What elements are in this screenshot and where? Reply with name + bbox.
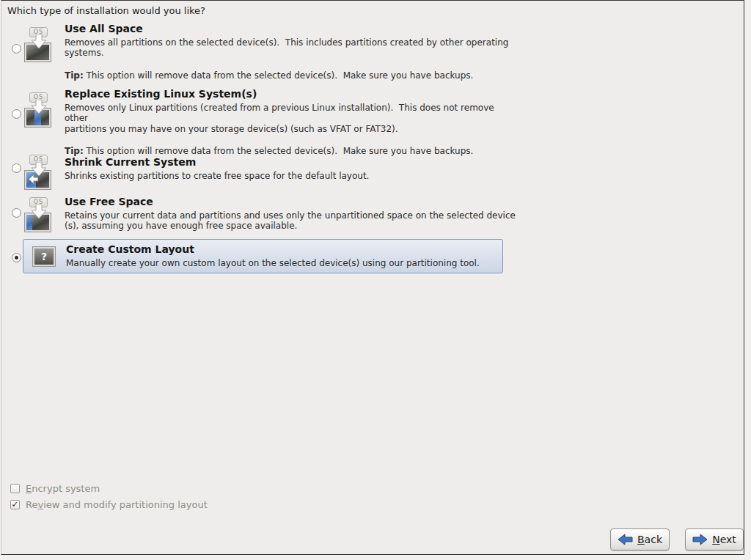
option-description: Manually create your own custom layout o… [66,258,480,268]
option-heading: Use Free Space [65,196,516,207]
down-arrow-icon [31,205,47,219]
replace-linux-icon: OS [24,92,54,129]
screen: Which type of installation would you lik… [0,0,751,560]
radio-selected-dot [15,256,18,259]
next-button-label: Next [712,534,736,545]
back-button-label: Back [637,534,662,545]
checkmark-icon: ✓ [11,499,18,509]
encrypt-system-checkbox[interactable] [10,484,20,493]
use-all-space-icon: OS [24,27,54,64]
review-layout-label: Review and modify partitioning layout [26,499,208,510]
down-arrow-icon [31,100,47,114]
custom-layout-icon: ? [33,247,55,266]
option-heading: Replace Existing Linux System(s) [65,88,519,100]
radio-use-all-space[interactable] [12,44,21,54]
option-heading: Shrink Current System [65,156,369,168]
shrink-system-icon: OS [24,155,54,191]
radio-replace-linux[interactable] [12,109,21,119]
back-arrow-icon [618,534,633,545]
use-free-space-icon: OS [24,197,54,234]
installer-window: Which type of installation would you lik… [1,0,744,555]
selected-option-highlight[interactable]: ? Create Custom Layout Manually create y… [23,239,503,273]
down-arrow-icon [31,34,47,49]
next-arrow-icon [692,534,708,545]
option-use-all-space[interactable]: OS Use All Space Removes all partitions … [12,21,508,81]
option-description: Shrinks existing partitions to create fr… [65,171,369,181]
option-tip: Tip: This option will remove data from t… [65,70,508,81]
encrypt-system-row[interactable]: Encrypt system [10,483,100,494]
tip-text: This option will remove data from the se… [84,70,474,81]
radio-custom-layout[interactable] [12,253,21,262]
tip-label: Tip: [65,70,84,81]
radio-shrink-system[interactable] [12,163,21,173]
option-description: Retains your current data and partitions… [65,210,516,232]
encrypt-system-label: Encrypt system [26,483,100,494]
option-description: Removes only Linux partitions (created f… [65,103,519,134]
option-heading: Use All Space [65,23,508,34]
option-description: Removes all partitions on the selected d… [65,37,508,59]
review-layout-row[interactable]: ✓ Review and modify partitioning layout [10,499,208,510]
option-shrink-system[interactable]: OS Shrink Current System Shrinks existin… [12,155,369,191]
option-custom-layout[interactable]: ? Create Custom Layout Manually create y… [12,246,503,273]
next-button[interactable]: Next [685,528,744,550]
option-heading: Create Custom Layout [66,243,480,255]
option-use-free-space[interactable]: OS Use Free Space Retains your current d… [12,194,516,234]
radio-use-free-space[interactable] [12,208,21,218]
shrink-left-arrow-icon [29,174,38,184]
review-layout-checkbox[interactable]: ✓ [10,500,20,509]
page-title: Which type of installation would you lik… [7,5,205,16]
back-button[interactable]: Back [610,528,670,550]
option-replace-linux[interactable]: OS Replace Existing Linux System(s) Remo… [12,86,519,156]
